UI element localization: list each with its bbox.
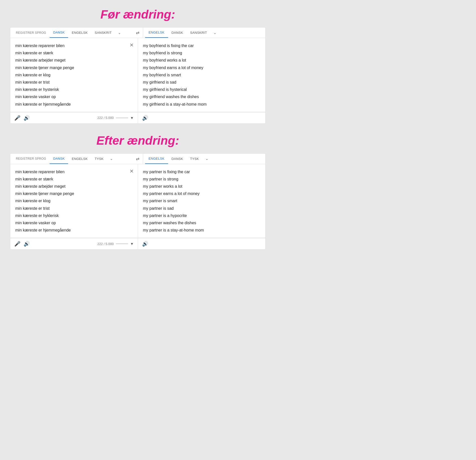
list-item: my partner is sad (143, 205, 261, 212)
before-right-tab-sanskrit[interactable]: SANSKRIT (187, 28, 210, 38)
before-title: Før ændring: (10, 8, 266, 21)
before-progress-bar (116, 117, 128, 118)
list-item: min kæreste er stærk (15, 175, 133, 183)
after-right-tab-tysk[interactable]: TYSK (187, 154, 202, 164)
after-body: ✕ min kæreste reparerer bilen min kærest… (10, 164, 265, 238)
list-item: min kæreste er hysterisk (15, 86, 133, 93)
after-title: Efter ændring: (10, 134, 266, 147)
list-item: my partner washes the dishes (143, 219, 261, 226)
after-right-speaker-icon[interactable]: 🔊 (142, 241, 148, 247)
list-item: min kæreste er hjemmegående (15, 226, 133, 234)
before-register-lang-tab[interactable]: REGISTRER SPROG (12, 28, 50, 38)
after-left-tab-engelsk[interactable]: ENGELSK (68, 154, 91, 164)
list-item: my partner is fixing the car (143, 168, 261, 175)
before-right-tab-group: ENGELSK DANSK SANSKRIT ⌄ (143, 28, 265, 38)
before-footer-icons: 🎤 🔊 (14, 115, 30, 121)
before-left-dropdown-btn[interactable]: ⌄ (115, 28, 124, 37)
before-left-tab-group: REGISTRER SPROG DANSK ENGELSK SANSKRIT ⌄ (10, 28, 133, 38)
after-right-tab-engelsk[interactable]: ENGELSK (145, 154, 168, 164)
list-item: min kæreste reparerer bilen (15, 42, 133, 49)
before-right-dropdown-btn[interactable]: ⌄ (210, 28, 219, 37)
list-item: min kæreste er trist (15, 79, 133, 86)
after-right-tab-group: ENGELSK DANSK TYSK ⌄ (143, 154, 265, 164)
before-right-footer: 🔊 (138, 112, 266, 123)
list-item: min kæreste tjener mange penge (15, 64, 133, 71)
before-left-tab-dansk[interactable]: DANSK (50, 28, 68, 38)
list-item: my partner earns a lot of money (143, 190, 261, 197)
after-right-pane: my partner is fixing the car my partner … (138, 164, 266, 238)
after-swap-btn[interactable]: ⇄ (133, 154, 143, 164)
before-speaker-icon[interactable]: 🔊 (24, 115, 30, 121)
before-char-count-area: 222 / 5.000 ▼ (97, 116, 134, 120)
before-left-footer: 🎤 🔊 222 / 5.000 ▼ (10, 112, 138, 123)
list-item: min kæreste er trist (15, 205, 133, 212)
before-right-speaker-icon[interactable]: 🔊 (142, 115, 148, 121)
before-footer-dropdown[interactable]: ▼ (130, 116, 134, 120)
list-item: min kæreste tjener mange penge (15, 190, 133, 197)
after-speaker-icon[interactable]: 🔊 (24, 241, 30, 247)
after-right-footer: 🔊 (138, 238, 266, 249)
list-item: min kæreste er klog (15, 71, 133, 79)
after-char-count: 222 / 5.000 (97, 242, 114, 246)
before-left-tab-engelsk[interactable]: ENGELSK (68, 28, 91, 38)
list-item: my girlfriend is a stay-at-home mom (143, 101, 261, 108)
after-clear-btn[interactable]: ✕ (130, 168, 134, 174)
after-mic-icon[interactable]: 🎤 (14, 241, 21, 247)
before-header: REGISTRER SPROG DANSK ENGELSK SANSKRIT ⌄… (10, 28, 265, 38)
after-widget: REGISTRER SPROG DANSK ENGELSK TYSK ⌄ ⇄ E… (10, 153, 266, 250)
list-item: my partner is a hypocrite (143, 212, 261, 219)
after-footer: 🎤 🔊 222 / 5.000 ▼ 🔊 (10, 238, 265, 249)
after-left-lines: min kæreste reparerer bilen min kæreste … (15, 168, 133, 234)
list-item: min kæreste arbejder meget (15, 57, 133, 64)
before-body: ✕ min kæreste reparerer bilen min kærest… (10, 38, 265, 112)
before-left-tab-sanskrit[interactable]: SANSKRIT (91, 28, 115, 38)
after-left-tab-tysk[interactable]: TYSK (91, 154, 107, 164)
list-item: my boyfriend is strong (143, 49, 261, 57)
after-header: REGISTRER SPROG DANSK ENGELSK TYSK ⌄ ⇄ E… (10, 154, 265, 164)
after-right-lines: my partner is fixing the car my partner … (143, 168, 261, 234)
list-item: min kæreste er stærk (15, 49, 133, 57)
list-item: my girlfriend is sad (143, 79, 261, 86)
list-item: my partner works a lot (143, 183, 261, 190)
after-register-lang-tab[interactable]: REGISTRER SPROG (12, 154, 50, 163)
list-item: my girlfriend is hysterical (143, 86, 261, 93)
list-item: my boyfriend is smart (143, 71, 261, 79)
list-item: min kæreste arbejder meget (15, 183, 133, 190)
after-footer-icons: 🎤 🔊 (14, 241, 30, 247)
after-right-dropdown-btn[interactable]: ⌄ (202, 154, 211, 163)
list-item: my boyfriend works a lot (143, 57, 261, 64)
before-widget: REGISTRER SPROG DANSK ENGELSK SANSKRIT ⌄… (10, 27, 266, 124)
list-item: min kæreste reparerer bilen (15, 168, 133, 175)
list-item: my partner is a stay-at-home mom (143, 226, 261, 234)
after-left-tab-group: REGISTRER SPROG DANSK ENGELSK TYSK ⌄ (10, 154, 133, 164)
list-item: my boyfriend is fixing the car (143, 42, 261, 49)
before-left-lines: min kæreste reparerer bilen min kæreste … (15, 42, 133, 108)
list-item: my partner is smart (143, 197, 261, 204)
before-right-lines: my boyfriend is fixing the car my boyfri… (143, 42, 261, 108)
list-item: min kæreste vasker op (15, 93, 133, 100)
list-item: min kæreste er hyklerisk (15, 212, 133, 219)
list-item: min kæreste er hjemmegående (15, 101, 133, 108)
after-left-tab-dansk[interactable]: DANSK (50, 154, 68, 164)
after-left-footer: 🎤 🔊 222 / 5.000 ▼ (10, 238, 138, 249)
before-char-count: 222 / 5.000 (97, 116, 114, 120)
after-left-pane: ✕ min kæreste reparerer bilen min kærest… (10, 164, 138, 238)
list-item: my boyfriend earns a lot of money (143, 64, 261, 71)
list-item: min kæreste er klog (15, 197, 133, 204)
before-right-tab-engelsk[interactable]: ENGELSK (145, 28, 168, 38)
before-right-tab-dansk[interactable]: DANSK (168, 28, 187, 38)
after-progress-bar (116, 243, 128, 244)
after-right-tab-dansk[interactable]: DANSK (168, 154, 187, 164)
before-footer: 🎤 🔊 222 / 5.000 ▼ 🔊 (10, 112, 265, 123)
before-mic-icon[interactable]: 🎤 (14, 115, 21, 121)
before-clear-btn[interactable]: ✕ (130, 42, 134, 48)
before-right-pane: my boyfriend is fixing the car my boyfri… (138, 38, 266, 112)
after-footer-dropdown[interactable]: ▼ (130, 242, 134, 246)
after-char-count-area: 222 / 5.000 ▼ (97, 242, 134, 246)
after-left-dropdown-btn[interactable]: ⌄ (107, 154, 116, 163)
before-swap-btn[interactable]: ⇄ (133, 28, 143, 38)
before-left-pane: ✕ min kæreste reparerer bilen min kærest… (10, 38, 138, 112)
list-item: my girlfriend washes the dishes (143, 93, 261, 100)
list-item: my partner is strong (143, 175, 261, 183)
list-item: min kæreste vasker op (15, 219, 133, 226)
